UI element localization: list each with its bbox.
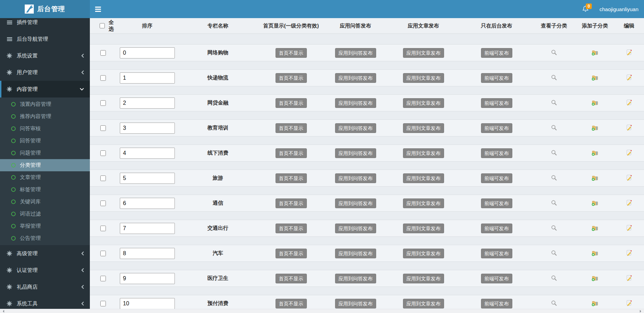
add-subcategory-button[interactable] bbox=[591, 299, 599, 308]
sidebar-subitem[interactable]: 举报管理 bbox=[0, 220, 90, 232]
add-subcategory-button[interactable] bbox=[591, 149, 599, 158]
frontend-publish-button[interactable]: 前端可发布 bbox=[481, 299, 512, 308]
sort-input[interactable] bbox=[120, 248, 175, 259]
sidebar-subitem[interactable]: 标签管理 bbox=[0, 183, 90, 196]
home-visibility-button[interactable]: 首页不显示 bbox=[276, 198, 307, 208]
sidebar-subitem[interactable]: 顶置内容管理 bbox=[0, 98, 90, 110]
row-checkbox[interactable] bbox=[100, 276, 106, 281]
frontend-publish-button[interactable]: 前端可发布 bbox=[481, 249, 512, 258]
frontend-publish-button[interactable]: 前端可发布 bbox=[481, 148, 512, 158]
add-subcategory-button[interactable] bbox=[591, 48, 599, 57]
add-subcategory-button[interactable] bbox=[591, 199, 599, 208]
home-visibility-button[interactable]: 首页不显示 bbox=[276, 249, 307, 258]
sidebar-subitem[interactable]: 问答审核 bbox=[0, 123, 90, 135]
sidebar-item[interactable]: 后台导航管理 bbox=[0, 31, 90, 47]
home-visibility-button[interactable]: 首页不显示 bbox=[276, 98, 307, 108]
row-checkbox[interactable] bbox=[100, 50, 106, 56]
view-subcategory-button[interactable] bbox=[550, 99, 558, 108]
sidebar-item[interactable]: 高级管理 bbox=[0, 245, 90, 262]
row-checkbox[interactable] bbox=[100, 75, 106, 81]
sidebar-item[interactable]: 认证管理 bbox=[0, 262, 90, 279]
edit-button[interactable] bbox=[625, 224, 633, 233]
qa-publish-button[interactable]: 应用到问答发布 bbox=[335, 173, 376, 183]
sort-input[interactable] bbox=[120, 173, 175, 184]
sidebar-subitem[interactable]: 推荐内容管理 bbox=[0, 110, 90, 123]
article-publish-button[interactable]: 应用到文章发布 bbox=[403, 98, 444, 108]
add-subcategory-button[interactable] bbox=[591, 124, 599, 133]
home-visibility-button[interactable]: 首页不显示 bbox=[276, 274, 307, 283]
sort-input[interactable] bbox=[120, 198, 175, 209]
sidebar-item[interactable]: 用户管理 bbox=[0, 64, 90, 81]
view-subcategory-button[interactable] bbox=[550, 73, 558, 83]
view-subcategory-button[interactable] bbox=[550, 48, 558, 57]
frontend-publish-button[interactable]: 前端可发布 bbox=[481, 48, 512, 58]
user-menu[interactable]: chaojiguanliyuan bbox=[599, 6, 638, 12]
sort-input[interactable] bbox=[120, 123, 175, 134]
qa-publish-button[interactable]: 应用到问答发布 bbox=[335, 48, 376, 58]
article-publish-button[interactable]: 应用到文章发布 bbox=[403, 73, 444, 83]
row-checkbox[interactable] bbox=[100, 100, 106, 106]
sidebar-item[interactable]: 系统工具 bbox=[0, 295, 90, 309]
sort-input[interactable] bbox=[120, 97, 175, 109]
sort-input[interactable] bbox=[120, 47, 175, 58]
add-subcategory-button[interactable] bbox=[591, 73, 599, 83]
sort-input[interactable] bbox=[120, 72, 175, 84]
frontend-publish-button[interactable]: 前端可发布 bbox=[481, 123, 512, 133]
qa-publish-button[interactable]: 应用到问答发布 bbox=[335, 249, 376, 258]
add-subcategory-button[interactable] bbox=[591, 99, 599, 108]
view-subcategory-button[interactable] bbox=[550, 149, 558, 158]
edit-button[interactable] bbox=[625, 48, 633, 57]
qa-publish-button[interactable]: 应用到问答发布 bbox=[335, 98, 376, 108]
edit-button[interactable] bbox=[625, 148, 633, 158]
row-checkbox[interactable] bbox=[100, 301, 106, 306]
home-visibility-button[interactable]: 首页不显示 bbox=[276, 148, 307, 158]
row-checkbox[interactable] bbox=[100, 251, 106, 256]
article-publish-button[interactable]: 应用到文章发布 bbox=[403, 148, 444, 158]
home-visibility-button[interactable]: 首页不显示 bbox=[276, 123, 307, 133]
frontend-publish-button[interactable]: 前端可发布 bbox=[481, 173, 512, 183]
frontend-publish-button[interactable]: 前端可发布 bbox=[481, 274, 512, 283]
sort-input[interactable] bbox=[120, 148, 175, 159]
sidebar-subitem[interactable]: 分类管理 bbox=[0, 159, 90, 171]
sidebar-subitem[interactable]: 问题管理 bbox=[0, 147, 90, 159]
article-publish-button[interactable]: 应用到文章发布 bbox=[403, 224, 444, 233]
row-checkbox[interactable] bbox=[100, 226, 106, 231]
article-publish-button[interactable]: 应用到文章发布 bbox=[403, 198, 444, 208]
sort-input[interactable] bbox=[120, 298, 175, 309]
view-subcategory-button[interactable] bbox=[550, 274, 558, 283]
frontend-publish-button[interactable]: 前端可发布 bbox=[481, 98, 512, 108]
add-subcategory-button[interactable] bbox=[591, 224, 599, 233]
qa-publish-button[interactable]: 应用到问答发布 bbox=[335, 148, 376, 158]
edit-button[interactable] bbox=[625, 98, 633, 108]
sidebar-item[interactable]: 礼品商店 bbox=[0, 279, 90, 295]
brand-logo[interactable]: 后台管理 bbox=[0, 0, 90, 18]
view-subcategory-button[interactable] bbox=[550, 224, 558, 233]
add-subcategory-button[interactable] bbox=[591, 174, 599, 183]
row-checkbox[interactable] bbox=[100, 175, 106, 181]
article-publish-button[interactable]: 应用到文章发布 bbox=[403, 48, 444, 58]
qa-publish-button[interactable]: 应用到问答发布 bbox=[335, 299, 376, 308]
view-subcategory-button[interactable] bbox=[550, 174, 558, 183]
sort-input[interactable] bbox=[120, 223, 175, 234]
qa-publish-button[interactable]: 应用到问答发布 bbox=[335, 73, 376, 83]
article-publish-button[interactable]: 应用到文章发布 bbox=[403, 123, 444, 133]
edit-button[interactable] bbox=[625, 274, 633, 283]
article-publish-button[interactable]: 应用到文章发布 bbox=[403, 173, 444, 183]
sidebar-subitem[interactable]: 回答管理 bbox=[0, 135, 90, 147]
view-subcategory-button[interactable] bbox=[550, 124, 558, 133]
sidebar-subitem[interactable]: 公告管理 bbox=[0, 232, 90, 244]
qa-publish-button[interactable]: 应用到问答发布 bbox=[335, 224, 376, 233]
view-subcategory-button[interactable] bbox=[550, 199, 558, 208]
add-subcategory-button[interactable] bbox=[591, 274, 599, 283]
article-publish-button[interactable]: 应用到文章发布 bbox=[403, 299, 444, 308]
sidebar-item[interactable]: 内容管理 bbox=[0, 81, 90, 97]
qa-publish-button[interactable]: 应用到问答发布 bbox=[335, 123, 376, 133]
add-subcategory-button[interactable] bbox=[591, 249, 599, 258]
home-visibility-button[interactable]: 首页不显示 bbox=[276, 224, 307, 233]
home-visibility-button[interactable]: 首页不显示 bbox=[276, 173, 307, 183]
select-all-checkbox[interactable] bbox=[100, 23, 105, 29]
sidebar-toggle-button[interactable] bbox=[90, 0, 106, 18]
qa-publish-button[interactable]: 应用到问答发布 bbox=[335, 274, 376, 283]
sidebar-subitem[interactable]: 词语过滤 bbox=[0, 208, 90, 220]
home-visibility-button[interactable]: 首页不显示 bbox=[276, 299, 307, 308]
